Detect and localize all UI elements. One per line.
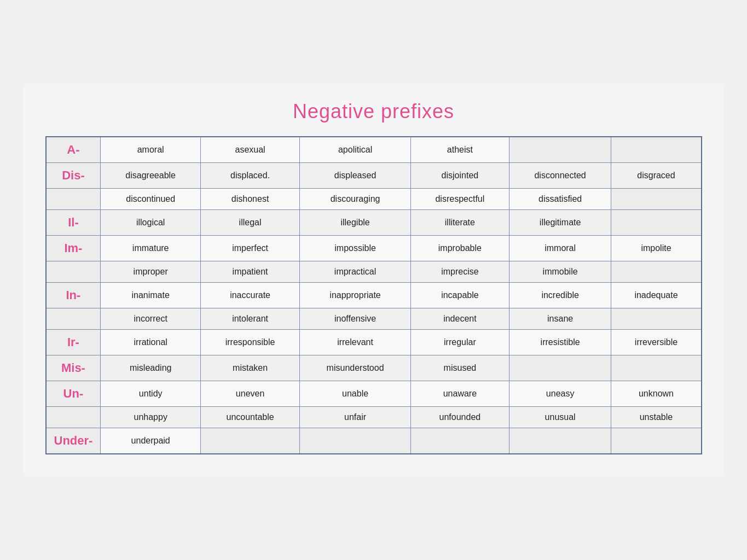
empty-cell-7-5 [611,308,702,330]
word-cell-0-1: asexual [200,137,299,163]
word-cell-5-1: impatient [200,261,299,283]
word-cell-7-3: indecent [410,308,509,330]
word-cell-11-2: unfair [300,407,411,428]
prefix-cell-2 [46,189,101,210]
word-cell-10-5: unknown [611,381,702,407]
word-cell-3-2: illegible [300,210,411,236]
prefix-cell-6: In- [46,283,101,308]
word-cell-6-1: inaccurate [200,283,299,308]
word-cell-7-4: insane [509,308,611,330]
empty-cell-12-3 [410,428,509,454]
word-cell-4-2: impossible [300,236,411,261]
empty-cell-12-5 [611,428,702,454]
prefix-cell-0: A- [46,137,101,163]
word-cell-3-3: illiterate [410,210,509,236]
page-title: Negative prefixes [45,100,702,123]
word-cell-5-2: impractical [300,261,411,283]
empty-cell-0-4 [509,137,611,163]
word-cell-10-2: unable [300,381,411,407]
empty-cell-5-5 [611,261,702,283]
prefix-cell-4: Im- [46,236,101,261]
word-cell-7-0: incorrect [101,308,201,330]
word-cell-4-0: immature [101,236,201,261]
word-cell-6-4: incredible [509,283,611,308]
word-cell-6-2: inappropriate [300,283,411,308]
word-cell-2-2: discouraging [300,189,411,210]
word-cell-7-2: inoffensive [300,308,411,330]
word-cell-4-1: imperfect [200,236,299,261]
word-cell-1-5: disgraced [611,163,702,189]
word-cell-11-3: unfounded [410,407,509,428]
prefix-cell-8: Ir- [46,330,101,355]
word-cell-11-5: unstable [611,407,702,428]
empty-cell-2-5 [611,189,702,210]
prefix-table: A-amoralasexualapoliticalatheistDis-disa… [45,136,702,454]
word-cell-0-3: atheist [410,137,509,163]
word-cell-1-2: displeased [300,163,411,189]
word-cell-1-4: disconnected [509,163,611,189]
word-cell-6-3: incapable [410,283,509,308]
word-cell-2-3: disrespectful [410,189,509,210]
prefix-cell-5 [46,261,101,283]
word-cell-0-2: apolitical [300,137,411,163]
prefix-cell-1: Dis- [46,163,101,189]
word-cell-0-0: amoral [101,137,201,163]
word-cell-2-0: discontinued [101,189,201,210]
word-cell-11-1: uncountable [200,407,299,428]
prefix-cell-11 [46,407,101,428]
word-cell-1-1: displaced. [200,163,299,189]
empty-cell-9-5 [611,355,702,381]
prefix-cell-7 [46,308,101,330]
word-cell-2-1: dishonest [200,189,299,210]
word-cell-10-0: untidy [101,381,201,407]
word-cell-4-5: impolite [611,236,702,261]
word-cell-10-3: unaware [410,381,509,407]
empty-cell-12-1 [200,428,299,454]
word-cell-6-5: inadequate [611,283,702,308]
word-cell-5-4: immobile [509,261,611,283]
word-cell-3-1: illegal [200,210,299,236]
empty-cell-12-2 [300,428,411,454]
word-cell-9-0: misleading [101,355,201,381]
word-cell-5-0: improper [101,261,201,283]
word-cell-9-2: misunderstood [300,355,411,381]
word-cell-3-4: illegitimate [509,210,611,236]
word-cell-9-3: misused [410,355,509,381]
empty-cell-3-5 [611,210,702,236]
word-cell-7-1: intolerant [200,308,299,330]
empty-cell-12-4 [509,428,611,454]
word-cell-1-0: disagreeable [101,163,201,189]
word-cell-6-0: inanimate [101,283,201,308]
word-cell-10-1: uneven [200,381,299,407]
word-cell-8-0: irrational [101,330,201,355]
word-cell-10-4: uneasy [509,381,611,407]
word-cell-8-1: irresponsible [200,330,299,355]
word-cell-8-5: irreversible [611,330,702,355]
word-cell-5-3: imprecise [410,261,509,283]
word-cell-8-4: irresistible [509,330,611,355]
word-cell-2-4: dissatisfied [509,189,611,210]
prefix-cell-12: Under- [46,428,101,454]
empty-cell-0-5 [611,137,702,163]
word-cell-4-4: immoral [509,236,611,261]
word-cell-1-3: disjointed [410,163,509,189]
word-cell-11-4: unusual [509,407,611,428]
word-cell-12-0: underpaid [101,428,201,454]
word-cell-4-3: improbable [410,236,509,261]
word-cell-9-1: mistaken [200,355,299,381]
word-cell-8-2: irrelevant [300,330,411,355]
word-cell-3-0: illogical [101,210,201,236]
prefix-cell-10: Un- [46,381,101,407]
prefix-cell-3: Il- [46,210,101,236]
prefix-cell-9: Mis- [46,355,101,381]
empty-cell-9-4 [509,355,611,381]
word-cell-8-3: irregular [410,330,509,355]
word-cell-11-0: unhappy [101,407,201,428]
